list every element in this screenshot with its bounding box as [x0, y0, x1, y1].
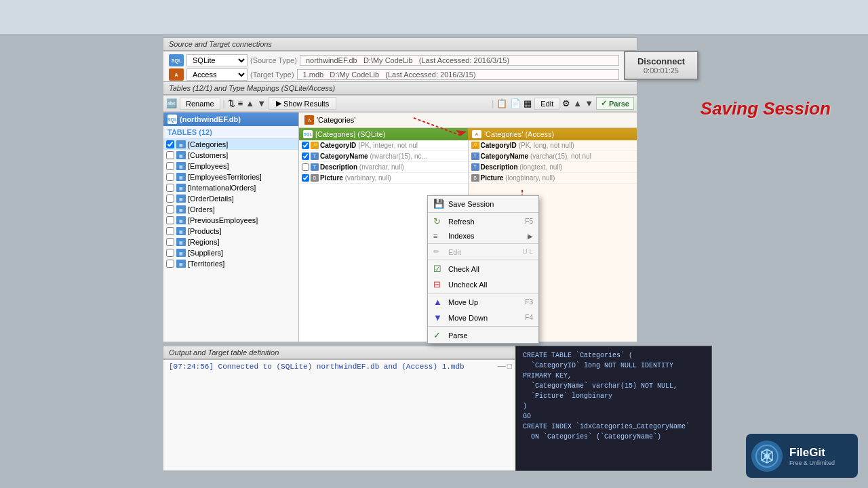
- menu-item-uncheck-all[interactable]: ⊟ Uncheck All: [428, 277, 538, 292]
- source-field-picture[interactable]: B Picture (varbinary, null): [299, 173, 468, 184]
- table-list: ▦ [Categories] ▦ [Customers] ▦ [Employee…: [163, 139, 298, 269]
- tables-count-row: TABLES (12): [163, 126, 298, 139]
- categoryid-check[interactable]: [302, 142, 309, 149]
- key-icon-categoryid: 🔑: [311, 142, 319, 149]
- table-item-employeesterritories[interactable]: ▦ [EmployeesTerritories]: [163, 171, 298, 182]
- table-item-previousemployees[interactable]: ▦ [PreviousEmployees]: [163, 215, 298, 226]
- edit-button[interactable]: Edit: [534, 98, 559, 110]
- menu-item-move-up[interactable]: ▲ Move Up F3: [428, 294, 538, 310]
- regions-checkbox[interactable]: [166, 238, 174, 246]
- grid-button[interactable]: ▦: [524, 98, 532, 108]
- menu-item-refresh[interactable]: ↻ Refresh F5: [428, 214, 538, 229]
- output-panel: [07:24:56] Connected to (SQLite) northwi…: [163, 359, 515, 471]
- text-icon-target-description: T: [471, 163, 479, 171]
- refresh-icon: ↻: [433, 216, 444, 226]
- check-all-icon: ☑: [433, 264, 444, 274]
- rename-button[interactable]: Rename: [180, 98, 220, 110]
- table-icon-suppliers: ▦: [176, 249, 186, 257]
- target-field-picture: B Picture (longbinary, null): [469, 173, 637, 184]
- disconnect-time: 0:00:01:25: [631, 66, 692, 75]
- bin-icon-picture: B: [311, 174, 319, 182]
- table-icon-regions: ▦: [176, 238, 186, 246]
- source-field-categoryname[interactable]: T CategoryName (nvarchar(15), nc...: [299, 151, 468, 162]
- table-item-territories[interactable]: ▦ [Territories]: [163, 258, 298, 269]
- source-field-categoryid[interactable]: 🔑 CategoryID (PK, integer, not nul: [299, 140, 468, 151]
- paste-button[interactable]: 📄: [510, 98, 521, 108]
- pe-checkbox[interactable]: [166, 216, 174, 224]
- source-field-description[interactable]: T Description (nvarchar, null): [299, 162, 468, 173]
- sqlite-panel-icon: SQL: [167, 115, 177, 124]
- copy-button[interactable]: 📋: [496, 98, 507, 108]
- menu-item-edit[interactable]: ✏ Edit U L: [428, 245, 538, 259]
- show-results-button[interactable]: ▶ Show Results: [269, 97, 336, 110]
- access-icon: A: [169, 68, 184, 81]
- io-checkbox[interactable]: [166, 184, 174, 192]
- menu-item-indexes[interactable]: ≡ Indexes ▶: [428, 229, 538, 243]
- target-type-select[interactable]: Access: [186, 68, 248, 81]
- indexes-submenu-arrow: ▶: [528, 232, 533, 240]
- access-target-icon: A: [472, 130, 481, 138]
- menu-item-check-all[interactable]: ☑ Check All: [428, 261, 538, 277]
- main-split-area: SQL (northwindEF.db) TABLES (12) ▦ [Cate…: [163, 112, 637, 342]
- menu-separator-3: [428, 260, 538, 260]
- restore-output-button[interactable]: □: [507, 361, 512, 371]
- table-list-panel: SQL (northwindEF.db) TABLES (12) ▦ [Cate…: [163, 113, 299, 342]
- indexes-icon: ≡: [433, 232, 444, 240]
- table-item-customers[interactable]: ▦ [Customers]: [163, 150, 298, 161]
- menu-item-move-down[interactable]: ▼ Move Down F4: [428, 310, 538, 325]
- edit-shortcut: U L: [522, 248, 533, 256]
- bin-icon-target-picture: B: [471, 174, 479, 182]
- arrow-up-button[interactable]: ▲: [245, 98, 254, 108]
- picture-check[interactable]: [302, 174, 309, 182]
- table-item-categories[interactable]: ▦ [Categories]: [163, 139, 298, 150]
- table-icon-et: ▦: [176, 173, 186, 181]
- table-item-internationalorders[interactable]: ▦ [InternationalOrders]: [163, 182, 298, 193]
- table-item-suppliers[interactable]: ▦ [Suppliers]: [163, 247, 298, 258]
- source-type-select[interactable]: SQLite: [186, 54, 248, 66]
- suppliers-checkbox[interactable]: [166, 249, 174, 257]
- output-log: [07:24:56] Connected to (SQLite) northwi…: [163, 360, 515, 373]
- sqlite-icon: SQL: [169, 54, 184, 66]
- territories-checkbox[interactable]: [166, 260, 174, 268]
- minimize-output-button[interactable]: —: [498, 361, 506, 371]
- text-icon-categoryname: T: [311, 152, 319, 160]
- arrow-up-2-button[interactable]: ▲: [573, 98, 582, 108]
- arrow-down-button[interactable]: ▼: [257, 98, 266, 108]
- parse-button[interactable]: ✓ Parse: [596, 97, 634, 110]
- arrow-down-2-button[interactable]: ▼: [585, 98, 593, 108]
- menu-item-save-session[interactable]: 💾 Save Session: [428, 196, 538, 211]
- table-item-products[interactable]: ▦ [Products]: [163, 226, 298, 237]
- access-small-icon: A: [304, 115, 314, 125]
- key-icon-target-categoryid: 🔑: [471, 142, 479, 149]
- target-field-categoryid: 🔑 CategoryID (PK, long, not null): [469, 140, 637, 151]
- table-icon-customers: ▦: [176, 151, 186, 159]
- menu-item-parse[interactable]: ✓ Parse: [428, 327, 538, 343]
- settings-button[interactable]: ⚙: [562, 98, 570, 108]
- orders-checkbox[interactable]: [166, 205, 174, 214]
- sort-asc-button[interactable]: ⇅: [228, 98, 235, 108]
- customers-checkbox[interactable]: [166, 151, 174, 159]
- table-icon-categories: ▦: [176, 140, 186, 148]
- table-item-orderdetails[interactable]: ▦ [OrderDetails]: [163, 193, 298, 204]
- edit-icon: ✏: [433, 247, 444, 256]
- target-field-categoryname: T CategoryName (varchar(15), not nul: [469, 151, 637, 162]
- table-item-employees[interactable]: ▦ [Employees]: [163, 161, 298, 171]
- target-field-description: T Description (longtext, null): [469, 162, 637, 173]
- employees-checkbox[interactable]: [166, 162, 174, 170]
- et-checkbox[interactable]: [166, 173, 174, 181]
- od-checkbox[interactable]: [166, 195, 174, 203]
- sort-desc-button[interactable]: ≡: [238, 98, 243, 108]
- disconnect-button[interactable]: Disconnect 0:00:01:25: [624, 51, 698, 80]
- products-checkbox[interactable]: [166, 227, 174, 235]
- description-check[interactable]: [302, 163, 309, 171]
- filegit-logo: FileGit Free & Unlimited: [746, 434, 858, 478]
- table-icon-employees: ▦: [176, 162, 186, 170]
- move-up-icon: ▲: [433, 297, 444, 307]
- table-item-orders[interactable]: ▦ [Orders]: [163, 204, 298, 215]
- table-icon-territories: ▦: [176, 260, 186, 268]
- categoryname-check[interactable]: [302, 152, 309, 160]
- source-target-header: Source and Target connections: [163, 37, 637, 51]
- categories-checkbox[interactable]: [166, 140, 174, 148]
- filegit-text-area: FileGit Free & Unlimited: [789, 446, 835, 466]
- table-item-regions[interactable]: ▦ [Regions]: [163, 237, 298, 247]
